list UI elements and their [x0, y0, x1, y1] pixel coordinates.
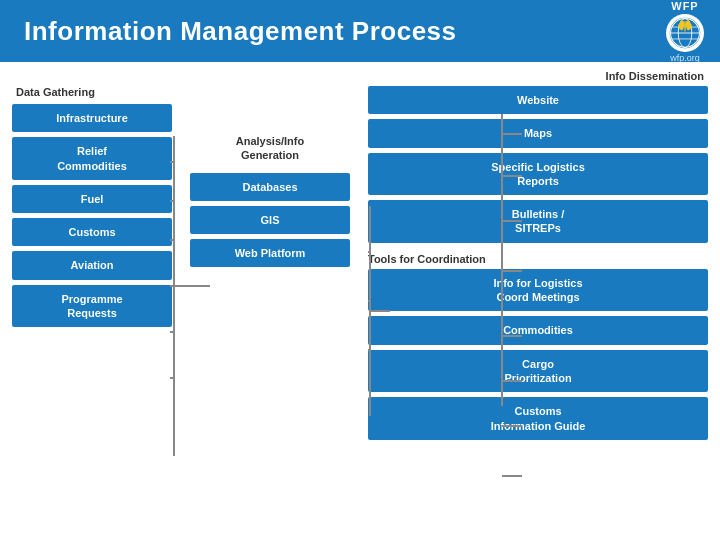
page-title: Information Management Process	[24, 16, 457, 47]
info-dissemination-label: Info Dissemination	[12, 70, 708, 82]
databases-box: Databases	[190, 173, 350, 201]
maps-box: Maps	[368, 119, 708, 147]
analysis-label: Analysis/InfoGeneration	[190, 134, 350, 163]
logistics-coord-box: Info for LogisticsCoord Meetings	[368, 269, 708, 312]
cargo-prioritization-box: CargoPrioritization	[368, 350, 708, 393]
tools-label: Tools for Coordination	[368, 253, 708, 265]
web-platform-box: Web Platform	[190, 239, 350, 267]
specific-logistics-box: Specific LogisticsReports	[368, 153, 708, 196]
data-gathering-label: Data Gathering	[16, 86, 172, 98]
relief-commodities-box: ReliefCommodities	[12, 137, 172, 180]
website-box: Website	[368, 86, 708, 114]
aviation-box: Aviation	[12, 251, 172, 279]
bulletins-box: Bulletins /SITREPs	[368, 200, 708, 243]
programme-requests-box: ProgrammeRequests	[12, 285, 172, 328]
wfp-logo-text: WFP	[671, 0, 698, 12]
right-column: Website Maps Specific LogisticsReports B…	[368, 86, 708, 445]
customs-box: Customs	[12, 218, 172, 246]
infrastructure-box: Infrastructure	[12, 104, 172, 132]
wfp-logo-circle	[666, 14, 704, 52]
left-column: Data Gathering Infrastructure ReliefComm…	[12, 86, 172, 332]
gis-box: GIS	[190, 206, 350, 234]
main-content: Info Dissemination	[0, 62, 720, 540]
header: Information Management Process WFP wfp.o…	[0, 0, 720, 62]
fuel-box: Fuel	[12, 185, 172, 213]
commodities-box: Commodities	[368, 316, 708, 344]
middle-column: Analysis/InfoGeneration Databases GIS We…	[190, 134, 350, 272]
wfp-logo-sub: wfp.org	[670, 53, 700, 63]
customs-info-guide-box: CustomsInformation Guide	[368, 397, 708, 440]
wfp-logo: WFP wfp.org	[666, 0, 704, 63]
diagram: Data Gathering Infrastructure ReliefComm…	[12, 86, 708, 526]
